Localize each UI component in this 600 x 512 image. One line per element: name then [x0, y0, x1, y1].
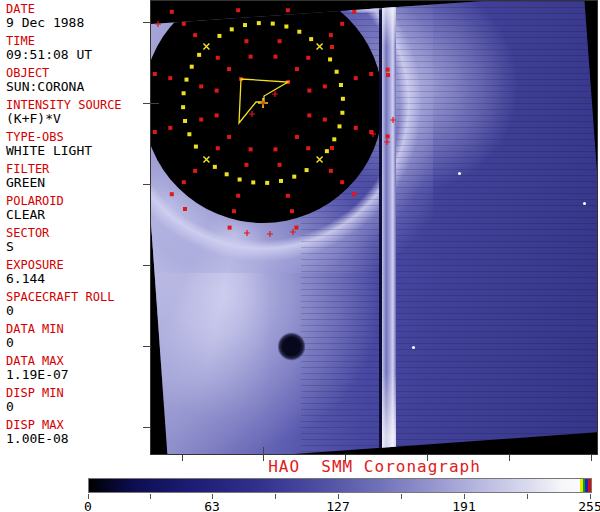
field-value: 1.19E-07 [6, 368, 150, 382]
metadata-field: POLAROIDCLEAR [6, 194, 150, 222]
frame-tick [143, 427, 151, 428]
fiducial-dot-red [183, 207, 187, 211]
metadata-field: DATA MAX1.19E-07 [6, 354, 150, 382]
fiducial-dot-yellow [265, 181, 269, 185]
fiducial-dot-red [273, 55, 277, 59]
fiducial-dot-yellow [230, 27, 234, 31]
field-value: 6.144 [6, 272, 150, 286]
fiducial-dot-yellow [243, 23, 247, 27]
metadata-field: TYPE-OBSWHITE LIGHT [6, 130, 150, 158]
fiducial-dot-red [249, 147, 253, 151]
field-value: CLEAR [6, 208, 150, 222]
fiducial-dot-red [232, 209, 236, 213]
fiducial-dot-red [369, 72, 373, 76]
field-value: 1.00E-08 [6, 432, 150, 446]
fiducial-dot-red [323, 84, 327, 88]
metadata-field: DATA MIN0 [6, 322, 150, 350]
fiducial-dot-red [306, 146, 310, 150]
metadata-field: DISP MAX1.00E-08 [6, 418, 150, 446]
field-label: TYPE-OBS [6, 130, 150, 144]
fiducial-dot-red [153, 72, 157, 76]
frame-tick-cross [263, 447, 264, 461]
fiducial-dot-yellow [190, 65, 194, 69]
fiducial-dot-red [199, 84, 203, 88]
fiducial-dot-red [236, 8, 240, 12]
field-label: SECTOR [6, 226, 150, 240]
fiducial-dot-red [286, 8, 290, 12]
field-label: EXPOSURE [6, 258, 150, 272]
field-label: DISP MIN [6, 386, 150, 400]
fiducial-dot-yellow [339, 83, 343, 87]
fiducial-dot-yellow [213, 165, 217, 169]
metadata-field: FILTERGREEN [6, 162, 150, 190]
frame-tick [591, 455, 592, 461]
fiducial-dot-red [228, 226, 232, 230]
field-value: 9 Dec 1988 [6, 16, 150, 30]
fiducial-dot-yellow [238, 178, 242, 182]
field-value: S [6, 240, 150, 254]
fiducial-dot-red [386, 68, 390, 72]
fiducial-dot-yellow [341, 97, 345, 101]
colorbar-tick-label: 255 [570, 499, 600, 512]
fiducial-plus-red [272, 91, 278, 97]
fiducial-dot-yellow [309, 37, 313, 41]
fiducial-dot-red [306, 56, 310, 60]
fiducial-dot-red [244, 39, 248, 43]
fiducial-dot-yellow [305, 168, 309, 172]
colorbar-minor-tick [527, 494, 528, 499]
colorbar-tick-label: 0 [68, 499, 108, 512]
metadata-sidebar: DATE9 Dec 1988TIME09:51:08 UTOBJECTSUN:C… [0, 0, 150, 455]
fiducial-dot-yellow [292, 175, 296, 179]
fiducial-dot-yellow [284, 24, 288, 28]
fiducial-dot-red [168, 76, 172, 80]
fiducial-dot-red [352, 192, 356, 196]
fiducial-plus-red [249, 111, 255, 117]
fiducial-dot-red [216, 56, 220, 60]
fiducial-cross-yellow [317, 157, 323, 163]
field-label: OBJECT [6, 66, 150, 80]
fiducial-dot-red [386, 73, 390, 77]
metadata-field: DISP MIN0 [6, 386, 150, 414]
fiducial-dot-yellow [225, 172, 229, 176]
fiducial-cross-yellow [203, 157, 209, 163]
fiducial-dot-red [236, 194, 240, 198]
fiducial-dot-red [227, 67, 231, 71]
fiducial-dot-red [182, 180, 186, 184]
fiducial-dot-yellow [181, 105, 185, 109]
metadata-field: INTENSITY SOURCE(K+F)*V [6, 98, 150, 126]
fiducial-dot-red [278, 163, 282, 167]
fiducial-dot-red [168, 126, 172, 130]
field-value: GREEN [6, 176, 150, 190]
fiducial-dot-yellow [217, 34, 221, 38]
metadata-field: TIME09:51:08 UT [6, 34, 150, 62]
fiducial-dot-red [290, 209, 294, 213]
frame-tick [143, 346, 151, 347]
fiducial-dot-yellow [328, 57, 332, 61]
fiducial-overlay [151, 1, 597, 454]
frame-tick [143, 184, 151, 185]
fiducial-dot-red [216, 146, 220, 150]
fiducial-dot-red [329, 169, 333, 173]
field-label: FILTER [6, 162, 150, 176]
fiducial-dot-red [307, 113, 311, 117]
metadata-field: DATE9 Dec 1988 [6, 2, 150, 30]
fiducial-dot-red [323, 118, 327, 122]
fiducial-cross-yellow [203, 43, 209, 49]
frame-tick-cross [143, 103, 159, 104]
frame-tick [427, 455, 428, 461]
fiducial-dot-yellow [182, 91, 186, 95]
fiducial-plus-red [267, 231, 273, 237]
metadata-field: EXPOSURE6.144 [6, 258, 150, 286]
field-value: 0 [6, 304, 150, 318]
fiducial-dot-red [294, 226, 298, 230]
fiducial-dot-yellow [251, 180, 255, 184]
frame-tick [345, 455, 346, 461]
fiducial-dot-red [278, 39, 282, 43]
field-label: DATE [6, 2, 150, 16]
fiducial-dot-yellow [338, 124, 342, 128]
fiducial-dot-red [249, 55, 253, 59]
field-label: DATA MAX [6, 354, 150, 368]
metadata-field: OBJECTSUN:CORONA [6, 66, 150, 94]
fiducial-dot-red [340, 180, 344, 184]
fiducial-dot-yellow [183, 119, 187, 123]
